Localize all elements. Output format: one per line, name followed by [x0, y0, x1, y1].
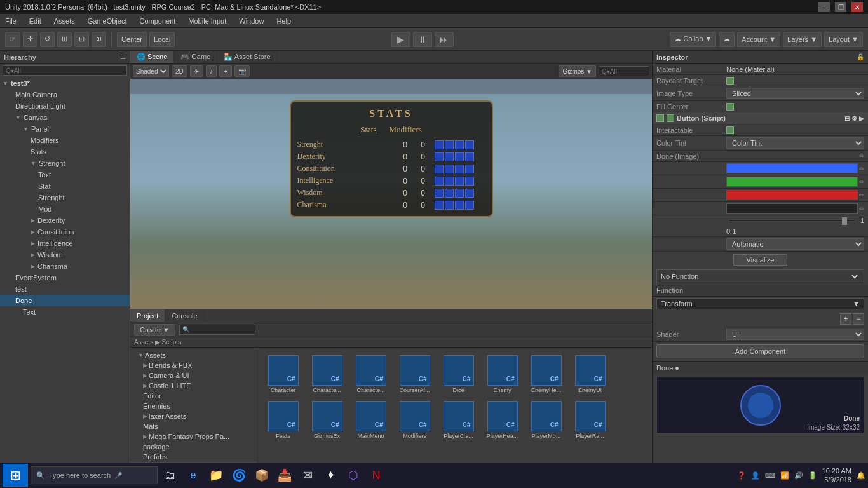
taskbar-unity[interactable]: ✦: [320, 465, 341, 485]
taskbar-search[interactable]: 🔍 Type here to search 🎤: [31, 466, 158, 484]
stat-bar-c1[interactable]: [435, 165, 444, 173]
hierarchy-item-main-camera[interactable]: Main Camera: [0, 89, 130, 100]
function-dropdown[interactable]: Transform ▼: [656, 298, 864, 309]
menu-mobileinput[interactable]: Mobile Input: [186, 16, 229, 26]
2d-button[interactable]: 2D: [172, 65, 187, 77]
color-bar-green-edit[interactable]: ✏: [859, 179, 864, 186]
network-icon[interactable]: 📶: [780, 471, 789, 480]
taskbar-file-explorer[interactable]: 📁: [206, 465, 226, 485]
interactable-checkbox[interactable]: [726, 126, 734, 134]
create-button[interactable]: Create ▼: [134, 324, 175, 336]
hierarchy-item-test[interactable]: test: [0, 283, 130, 295]
hierarchy-menu-icon[interactable]: ☰: [120, 53, 126, 60]
stat-bar-btn4[interactable]: [465, 140, 474, 149]
color-bar-red-edit[interactable]: ✏: [859, 192, 864, 199]
hierarchy-item-dexterity[interactable]: ▶ Dexterity: [0, 215, 130, 226]
stat-bar-ch4[interactable]: [465, 201, 474, 210]
color-bar-blue[interactable]: [726, 163, 858, 173]
taskbar-task-view[interactable]: 🗂: [160, 465, 180, 485]
hierarchy-item-eventsystem[interactable]: EventSystem: [0, 272, 130, 283]
add-component-button[interactable]: Add Component: [656, 344, 864, 358]
scene-viewport[interactable]: STATS Stats Modifiers Strenght 0 0: [130, 79, 652, 309]
folder-mega-fantasy[interactable]: ▶ Mega Fantasy Props Pa...: [130, 431, 257, 442]
step-button[interactable]: ⏭: [435, 32, 454, 47]
project-search-input[interactable]: [179, 325, 255, 335]
stat-bar-c3[interactable]: [455, 165, 464, 173]
taskbar-netflix[interactable]: N: [366, 465, 386, 485]
stat-bar-ch3[interactable]: [455, 201, 464, 210]
stat-bar-i1[interactable]: [435, 177, 444, 186]
folder-castle-1-lite[interactable]: ▶ Castle 1 LITE: [130, 381, 257, 391]
stat-bar-d1[interactable]: [435, 152, 444, 161]
help-icon[interactable]: ❓: [737, 471, 746, 480]
file-enemy[interactable]: Enemy: [482, 353, 523, 396]
layout-button[interactable]: Layout ▼: [824, 32, 863, 47]
file-courseraf[interactable]: CourserAf...: [394, 353, 435, 396]
local-button[interactable]: Local: [149, 32, 175, 47]
tab-stats[interactable]: Stats: [360, 125, 376, 135]
play-button[interactable]: ▶: [391, 32, 410, 47]
inspector-lock-icon[interactable]: 🔒: [857, 53, 864, 60]
image-type-dropdown[interactable]: Sliced: [726, 88, 864, 99]
transform-tool-button[interactable]: ⊕: [92, 32, 106, 47]
stat-bar-c2[interactable]: [445, 165, 454, 173]
hierarchy-item-strenght2[interactable]: Strenght: [0, 192, 130, 203]
stat-bar-d3[interactable]: [455, 152, 464, 161]
move-tool-button[interactable]: ✛: [23, 32, 37, 47]
layers-button[interactable]: Layers ▼: [783, 32, 822, 47]
fx-button[interactable]: ✦: [219, 65, 232, 77]
taskbar-edge[interactable]: e: [183, 465, 203, 485]
scene-search-input[interactable]: [599, 66, 649, 76]
hierarchy-item-text1[interactable]: Text: [0, 169, 130, 180]
pause-button[interactable]: ⏸: [413, 32, 432, 47]
taskbar-vs[interactable]: ⬡: [343, 465, 363, 485]
maximize-button[interactable]: ❐: [835, 2, 846, 12]
hierarchy-item-test3[interactable]: ▼ test3*: [0, 78, 130, 89]
no-function-dropdown[interactable]: [698, 272, 860, 281]
file-gizmosex[interactable]: GizmosEx: [306, 398, 348, 442]
account-button[interactable]: Account ▼: [737, 32, 780, 47]
folder-package[interactable]: package: [130, 442, 257, 452]
file-character[interactable]: Character: [262, 353, 304, 396]
menu-gameobject[interactable]: GameObject: [85, 16, 130, 26]
file-enemyhe[interactable]: EnemyHe...: [526, 353, 567, 396]
tab-modifiers[interactable]: Modifiers: [390, 125, 422, 135]
tab-project[interactable]: Project: [130, 309, 165, 322]
center-button[interactable]: Center: [117, 32, 147, 47]
menu-window[interactable]: Window: [236, 16, 266, 26]
hierarchy-item-panel[interactable]: ▼ Panel: [0, 123, 130, 135]
remove-event-button[interactable]: −: [853, 313, 864, 325]
color-tint-dropdown[interactable]: Color Tint: [726, 137, 864, 149]
taskbar-cortana[interactable]: 🌀: [229, 465, 249, 485]
raycast-checkbox[interactable]: [726, 77, 734, 85]
file-mainmenu[interactable]: MainMenu: [350, 398, 391, 442]
light-button[interactable]: ☀: [190, 65, 203, 77]
taskbar-amazon[interactable]: 📦: [252, 465, 272, 485]
gizmos-button[interactable]: Gizmos ▼: [559, 65, 596, 77]
fill-center-checkbox[interactable]: [726, 103, 734, 111]
stat-bar-i3[interactable]: [455, 177, 464, 186]
menu-file[interactable]: File: [3, 16, 19, 26]
folder-assets[interactable]: ▼ Assets: [130, 350, 257, 360]
hierarchy-item-canvas[interactable]: ▼ Canvas: [0, 112, 130, 123]
rect-tool-button[interactable]: ⊡: [74, 32, 89, 47]
hierarchy-item-directional-light[interactable]: Directional Light: [0, 100, 130, 112]
tab-console[interactable]: Console: [165, 309, 204, 322]
stat-bar-i2[interactable]: [445, 177, 454, 186]
file-feats[interactable]: Feats: [262, 398, 304, 442]
file-playerhea[interactable]: PlayerHea...: [482, 398, 523, 442]
folder-camera-ui[interactable]: ▶ Camera & UI: [130, 370, 257, 381]
folder-mats[interactable]: Mats: [130, 421, 257, 431]
hierarchy-item-intelligence[interactable]: ▶ Intelligence: [0, 238, 130, 249]
component-menu-icon[interactable]: ⊟ ⚙ ▶: [844, 115, 864, 122]
color-bar-blue-edit[interactable]: ✏: [859, 165, 864, 172]
file-playerra[interactable]: PlayerRa...: [569, 398, 611, 442]
minimize-button[interactable]: —: [818, 2, 830, 12]
folder-blends-fbx[interactable]: ▶ Blends & FBX: [130, 360, 257, 370]
add-event-button[interactable]: +: [840, 313, 851, 325]
hierarchy-item-strenght[interactable]: ▼ Strenght: [0, 158, 130, 169]
hierarchy-item-wisdom[interactable]: ▶ Wisdom: [0, 249, 130, 261]
file-enemyui[interactable]: EnemyUI: [569, 353, 611, 396]
folder-editor[interactable]: Editor: [130, 391, 257, 401]
color-bar-green[interactable]: [726, 177, 858, 187]
